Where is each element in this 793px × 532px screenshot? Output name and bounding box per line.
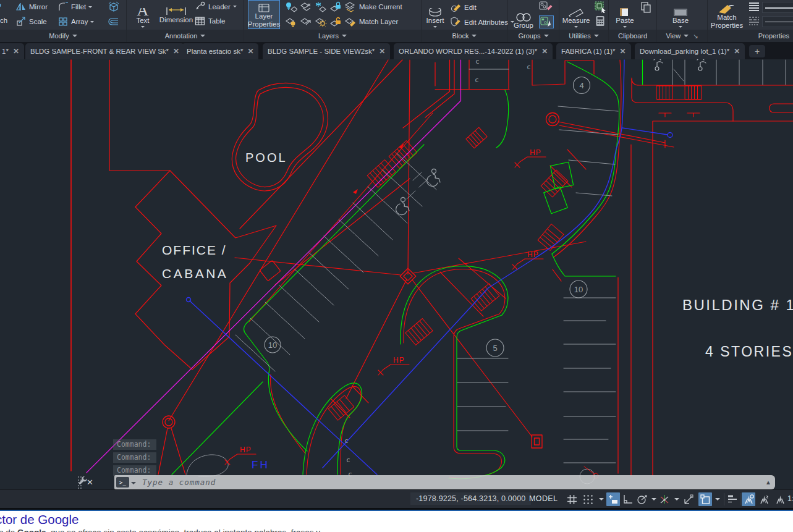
fillet-button[interactable]: Fillet bbox=[58, 2, 92, 12]
browser-heading-link[interactable]: ctor de Google bbox=[0, 512, 78, 527]
offset-button[interactable] bbox=[108, 16, 120, 27]
tab-drawing1-close-icon[interactable]: ✕ bbox=[13, 47, 19, 56]
object-snap-caret[interactable] bbox=[715, 498, 720, 503]
scale-button[interactable]: Scale bbox=[16, 17, 47, 27]
object-snap-tracking-button[interactable] bbox=[682, 492, 696, 506]
modify-panel-label[interactable]: Modify bbox=[0, 30, 126, 42]
group-button[interactable]: Group bbox=[511, 0, 536, 30]
tab-fabrica[interactable]: FABRICA (1) (1)*✕ bbox=[556, 43, 631, 59]
array-dropdown-caret[interactable] bbox=[90, 21, 94, 25]
object-snap-button[interactable] bbox=[698, 492, 712, 506]
utilities-panel-label[interactable]: Utilities bbox=[559, 30, 608, 42]
text-button[interactable]: A Text bbox=[129, 0, 156, 30]
tab-bldg-side-view[interactable]: BLDG SAMPLE - SIDE VIEW2sk*✕ bbox=[263, 43, 390, 59]
tab-orlando-world[interactable]: ORLANDO WORLD RES...-14-2022 (1) (3)*✕ bbox=[394, 43, 553, 59]
polar-tracking-caret[interactable] bbox=[651, 498, 656, 503]
layer-properties-label-2: Properties bbox=[248, 20, 280, 28]
array-button[interactable]: Array bbox=[58, 17, 94, 27]
ortho-mode-button[interactable] bbox=[621, 492, 635, 506]
layer-unisolate-button[interactable] bbox=[300, 16, 312, 27]
block-panel-label[interactable]: Block bbox=[422, 30, 507, 42]
layer-on-button[interactable] bbox=[285, 16, 297, 27]
paste-button[interactable]: Paste bbox=[613, 0, 637, 30]
view-expand-icon[interactable]: ↘ bbox=[693, 33, 698, 40]
layer-thaw-button[interactable] bbox=[315, 16, 327, 27]
annotation-scale-value[interactable]: 1: bbox=[787, 494, 793, 503]
block-edit-button[interactable]: Edit bbox=[450, 2, 477, 12]
ungroup-button[interactable] bbox=[539, 1, 553, 12]
layer-off-button[interactable] bbox=[285, 1, 297, 12]
view-panel-label[interactable]: View↘ bbox=[657, 30, 707, 42]
tab-download-parking-close-icon[interactable]: ✕ bbox=[734, 47, 740, 56]
base-button[interactable]: Base bbox=[667, 0, 694, 30]
layer-freeze-button[interactable] bbox=[315, 1, 327, 12]
tab-planta-estacio[interactable]: Planta estacio sk*✕ bbox=[182, 43, 258, 59]
command-bar-close-icon[interactable]: ✕ bbox=[87, 478, 96, 487]
command-prompt-icon[interactable]: >_ bbox=[116, 477, 129, 488]
isometric-drafting-button[interactable] bbox=[658, 492, 671, 506]
explode-button[interactable] bbox=[108, 1, 120, 13]
layer-unlock-button[interactable] bbox=[329, 16, 342, 27]
layer-properties-button[interactable]: Layer Properties bbox=[248, 0, 280, 29]
command-input[interactable]: >_ Type a command ▲ bbox=[114, 475, 775, 489]
quick-select-button[interactable] bbox=[594, 1, 606, 13]
group-edit-button[interactable] bbox=[539, 15, 554, 28]
measure-button[interactable]: Measure bbox=[561, 0, 592, 30]
make-current-button[interactable]: Make Current bbox=[344, 1, 402, 12]
mirror-button[interactable]: Mirror bbox=[16, 2, 48, 12]
groups-panel-label[interactable]: Groups bbox=[508, 30, 559, 42]
fillet-dropdown-caret[interactable] bbox=[88, 6, 92, 10]
tab-fabrica-close-icon[interactable]: ✕ bbox=[620, 47, 626, 56]
leader-dropdown-caret[interactable] bbox=[233, 6, 237, 9]
tab-bldg-front-rear[interactable]: BLDG SAMPLE-FRONT & REAR VIEW Sk*✕ bbox=[25, 43, 184, 59]
tab-bldg-side-view-label: BLDG SAMPLE - SIDE VIEW2sk* bbox=[268, 48, 375, 55]
stretch-label-partial[interactable]: ch bbox=[0, 17, 7, 24]
properties-panel-label[interactable]: Properties bbox=[708, 30, 793, 42]
annotation-visibility-button[interactable] bbox=[742, 492, 755, 506]
command-recent-caret[interactable] bbox=[131, 482, 136, 487]
lineweight-dropdown[interactable] bbox=[762, 2, 793, 13]
lineweight-list-icon-button[interactable] bbox=[748, 1, 760, 12]
table-button[interactable]: Table bbox=[195, 16, 226, 26]
tab-download-parking[interactable]: Download_parking lot_1 (1)*✕ bbox=[635, 43, 745, 59]
coordinates-display[interactable]: -1978.9225, -564.3213, 0.0000 bbox=[410, 492, 531, 505]
tab-bldg-side-view-close-icon[interactable]: ✕ bbox=[379, 47, 385, 56]
layers-panel-label[interactable]: Layers bbox=[244, 30, 421, 42]
new-tab-button[interactable]: + bbox=[749, 45, 765, 57]
boundary-northwest bbox=[109, 60, 170, 171]
tab-orlando-world-close-icon[interactable]: ✕ bbox=[541, 47, 548, 56]
stretch-button[interactable] bbox=[0, 1, 5, 11]
linetype-list-icon-button[interactable] bbox=[748, 15, 760, 27]
snap-mode-caret[interactable] bbox=[599, 498, 604, 503]
leader-button[interactable]: Leader bbox=[195, 1, 237, 12]
match-properties-button[interactable]: Match Properties bbox=[708, 0, 746, 30]
layer-isolate-button[interactable] bbox=[300, 1, 312, 12]
snap-mode-button[interactable] bbox=[581, 492, 595, 506]
lot4-north-boxes bbox=[532, 60, 594, 85]
edit-attributes-button[interactable]: Edit Attributes bbox=[450, 17, 514, 27]
tab-bldg-front-rear-close-icon[interactable]: ✕ bbox=[173, 47, 179, 56]
polar-tracking-button[interactable] bbox=[635, 492, 649, 506]
lineweight-display-button[interactable] bbox=[726, 492, 739, 506]
copy-clip-button[interactable] bbox=[640, 1, 652, 14]
layer-lock-button[interactable] bbox=[329, 1, 342, 12]
insert-button[interactable]: Insert bbox=[423, 0, 447, 30]
tab-planta-estacio-close-icon[interactable]: ✕ bbox=[247, 47, 253, 56]
light-pole-2 bbox=[697, 59, 706, 70]
drawing-canvas[interactable]: POOL OFFICE / CABANA BUILDING # 1 4 STOR… bbox=[0, 59, 793, 489]
isometric-drafting-caret[interactable] bbox=[674, 498, 679, 503]
annotation-scale-button[interactable] bbox=[773, 492, 787, 506]
quick-calc-button[interactable] bbox=[595, 15, 606, 27]
model-space-button[interactable]: MODEL bbox=[529, 494, 558, 503]
flow-arrow-2 bbox=[353, 189, 358, 194]
dynamic-input-button[interactable] bbox=[606, 492, 620, 506]
match-layer-button[interactable]: Match Layer bbox=[344, 16, 398, 27]
tab-drawing1[interactable]: 1*✕ bbox=[0, 43, 24, 59]
annotation-panel-label[interactable]: Annotation bbox=[127, 30, 244, 42]
clipboard-panel-label[interactable]: Clipboard bbox=[609, 30, 656, 42]
linetype-dropdown[interactable] bbox=[762, 16, 793, 27]
command-scrollup-icon[interactable]: ▲ bbox=[765, 479, 771, 486]
grid-display-button[interactable] bbox=[565, 492, 579, 506]
autoscale-button[interactable] bbox=[757, 492, 771, 506]
dimension-button[interactable]: Dimension bbox=[156, 0, 196, 30]
